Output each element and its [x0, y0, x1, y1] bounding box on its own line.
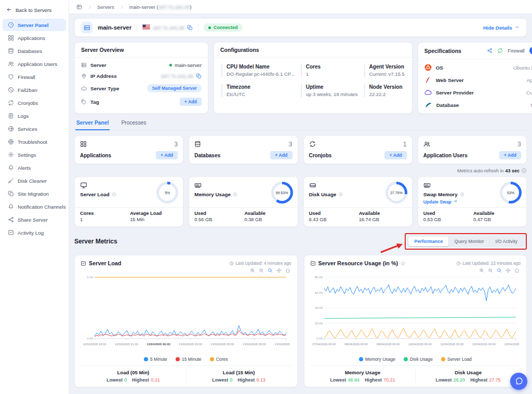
- tab-server-panel[interactable]: Server Panel: [75, 117, 110, 130]
- share-icon[interactable]: [487, 48, 493, 53]
- us-flag-icon: [142, 24, 150, 31]
- zoom-out-icon[interactable]: [488, 268, 493, 273]
- hide-details-button[interactable]: Hide Details: [483, 24, 520, 31]
- clock-icon: [456, 261, 461, 266]
- svg-text:13/04/2026 06:00: 13/04/2026 06:00: [210, 343, 234, 346]
- sidebar-item-applications[interactable]: Applications: [3, 32, 66, 44]
- sidebar-item-troubleshoot[interactable]: Troubleshoot: [3, 135, 66, 148]
- pan-icon[interactable]: [276, 268, 282, 273]
- sidebar-item-site-migration[interactable]: Site Migration: [3, 187, 66, 200]
- copy-icon[interactable]: [187, 25, 193, 31]
- donut-percent: 53%: [507, 191, 514, 195]
- chat-button[interactable]: [510, 373, 527, 390]
- metrics-tab-performance[interactable]: Performance: [408, 237, 448, 246]
- add-button[interactable]: + Add: [156, 151, 178, 159]
- stat-card-databases[interactable]: 3Databases+ Add: [189, 135, 298, 164]
- legend-item[interactable]: Disk Usage: [404, 357, 433, 362]
- sidebar-item-activity-log[interactable]: Activity Log: [3, 226, 66, 239]
- arrow-right-icon: [453, 199, 458, 205]
- add-tag-button[interactable]: + Add: [180, 98, 202, 106]
- svg-text:08/04/2026 00:00: 08/04/2026 00:00: [344, 343, 367, 346]
- svg-text:13/04/2026 09:00: 13/04/2026 09:00: [243, 343, 266, 346]
- share-icon: [8, 216, 14, 223]
- sidebar-item-alerts[interactable]: Alerts: [3, 161, 66, 174]
- metric-card-server-load: Server Load5%Cores1Average Load15 Min: [74, 176, 183, 227]
- legend-item[interactable]: Memory Usage: [359, 357, 395, 362]
- sidebar-item-services[interactable]: Services: [3, 123, 66, 135]
- breadcrumb-servers[interactable]: Servers: [97, 4, 114, 10]
- zoom-out-icon[interactable]: [259, 268, 264, 273]
- overview-tag-row: Tag + Add: [75, 95, 208, 108]
- chart-card-server-load: Server LoadLast Updated: 4 minutes ago0.…: [74, 255, 298, 387]
- server-icon: [81, 62, 87, 68]
- sidebar-item-application-users[interactable]: Application Users: [3, 58, 66, 70]
- zoom-in-icon[interactable]: [250, 268, 255, 273]
- sidebar-item-fail2ban[interactable]: Fail2ban: [3, 84, 66, 96]
- donut-chart: 5%: [156, 182, 178, 203]
- main-area: Servers main-server (167.71.241.25) main…: [69, 0, 532, 394]
- chevron-up-icon: [514, 24, 520, 31]
- reset-axes-icon[interactable]: [514, 268, 520, 273]
- legend-item[interactable]: Cores: [210, 357, 228, 362]
- back-to-servers-link[interactable]: Back to Servers: [0, 2, 69, 18]
- tab-processes[interactable]: Processes: [120, 117, 147, 130]
- metrics-row: Server Load5%Cores1Average Load15 MinMem…: [74, 176, 527, 227]
- chart-plot[interactable]: 0.001.0012/04/2026 18:0012/04/2026 21:00…: [81, 273, 290, 355]
- metrics-tab-i-o-activity[interactable]: I/O Activity: [489, 237, 523, 246]
- apps-icon: [8, 35, 14, 41]
- users-icon: [423, 141, 430, 147]
- metrics-tab-query-monitor[interactable]: Query Monitor: [448, 237, 489, 246]
- chart-stat-memory-usage: Memory UsageLowest48.94Highest70.21: [310, 370, 416, 383]
- donut-percent: 59.53%: [276, 191, 288, 195]
- shield-icon: [8, 74, 14, 80]
- sidebar-item-firewall[interactable]: Firewall: [3, 71, 66, 83]
- stat-card-application-users[interactable]: 3Application Users+ Add: [418, 135, 527, 164]
- sidebar-item-disk-cleaner[interactable]: Disk Cleaner: [3, 174, 66, 187]
- chart-plot[interactable]: 0.0020.0040.0060.0080.0007/04/2026 00:00…: [310, 273, 520, 355]
- svg-text:07/04/2026 00:00: 07/04/2026 00:00: [312, 343, 336, 346]
- zoom-in-icon[interactable]: [479, 268, 484, 273]
- chart-stat-load-05-min-: Load (05 Min)Lowest0Highest0.21: [81, 370, 186, 383]
- metric-col: Used0.56 GB: [194, 211, 242, 222]
- metrics-tabs-annotation-box: PerformanceQuery MonitorI/O Activity: [405, 233, 527, 250]
- add-button[interactable]: + Add: [499, 151, 521, 159]
- svg-text:1.00: 1.00: [87, 276, 93, 279]
- config-cell-timezone: TimezoneEtc/UTC: [221, 84, 295, 97]
- donut-chart: 59.53%: [271, 182, 293, 203]
- sidebar-item-notification-channels[interactable]: Notification Channels: [3, 200, 66, 213]
- specifications-card: Specifications Firewall OSUbuntu 24.04We…: [418, 42, 532, 114]
- copy-icon[interactable]: [196, 73, 202, 79]
- bar-chart-icon: [310, 261, 316, 266]
- stat-card-cronjobs[interactable]: 1Cronjobs+ Add: [303, 135, 413, 164]
- chevron-right-icon: [87, 4, 92, 10]
- gear-icon: [8, 152, 14, 158]
- reset-axes-icon[interactable]: [285, 268, 290, 273]
- sidebar-item-settings[interactable]: Settings: [3, 148, 66, 161]
- sidebar-item-share-server[interactable]: Share Server: [3, 213, 66, 226]
- legend-item[interactable]: Server Load: [441, 357, 472, 362]
- sidebar-item-cronjobs[interactable]: Cronjobs: [3, 97, 66, 109]
- stat-card-applications[interactable]: 3Applications+ Add: [74, 135, 183, 164]
- overview-server-row: Server main-server: [75, 60, 208, 71]
- legend-item[interactable]: 5 Minute: [144, 357, 167, 362]
- box-zoom-icon[interactable]: [497, 268, 502, 273]
- refresh-icon[interactable]: [497, 48, 503, 53]
- box-zoom-icon[interactable]: [268, 268, 273, 273]
- chart-title: Server Resource Usage (in %): [318, 260, 398, 266]
- info-cards-row: Server Overview Server main-server IP Ad…: [74, 42, 527, 114]
- add-button[interactable]: + Add: [270, 151, 292, 159]
- legend-item[interactable]: 15 Minute: [176, 357, 202, 362]
- sidebar-item-server-panel[interactable]: Server Panel: [3, 19, 66, 31]
- config-cell-cpu-model-name: CPU Model NameDO-Regular pc-i440fx-6.1 C…: [221, 64, 295, 77]
- sidebar-item-logs[interactable]: Logs: [3, 110, 66, 122]
- metric-title: Disk Usage: [309, 192, 337, 197]
- add-button[interactable]: + Add: [384, 151, 406, 159]
- chart-stat-load-15-min-: Load (15 Min)Lowest0Highest0.13: [186, 370, 291, 383]
- sidebar-item-databases[interactable]: Databases: [3, 45, 66, 57]
- activity-icon: [8, 229, 14, 236]
- svg-text:60.00: 60.00: [314, 291, 323, 294]
- pan-icon[interactable]: [506, 268, 511, 273]
- db-icon: [8, 48, 14, 54]
- server-overview-card: Server Overview Server main-server IP Ad…: [74, 42, 208, 114]
- firewall-toggle[interactable]: [529, 47, 532, 55]
